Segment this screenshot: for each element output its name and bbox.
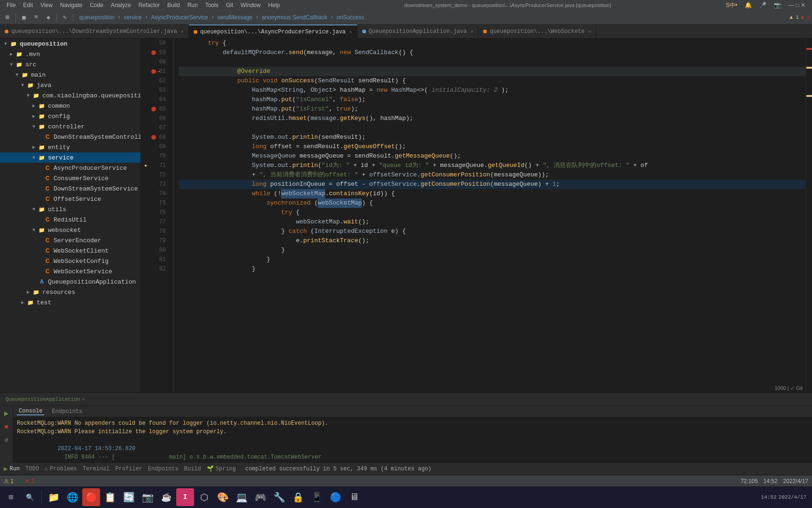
sidebar-root[interactable]: ▼ 📁 queueposition <box>0 39 141 49</box>
sidebar-config[interactable]: ▶ 📁 config <box>0 111 141 121</box>
sidebar-consumer-service[interactable]: ▶ C ConsumerService <box>0 173 141 183</box>
menu-edit[interactable]: Edit <box>20 2 36 8</box>
sidebar-ds-service[interactable]: ▶ C DownStreamSystemService <box>0 183 141 194</box>
tab-queueposition-app[interactable]: QueuepositionApplication.java ✕ <box>358 24 479 38</box>
breadcrumb-service[interactable]: service <box>124 14 142 21</box>
breadcrumb-anon[interactable]: anonymous SendCallback <box>262 14 327 21</box>
taskbar-explorer[interactable]: 📁 <box>45 488 62 506</box>
sidebar-ws-service[interactable]: ▶ C WebSocketService <box>0 266 141 277</box>
sidebar-async-service[interactable]: ▶ C AsyncProducerService <box>0 163 141 173</box>
folder-icon-root: 📁 <box>9 40 18 48</box>
taskbar-app1[interactable]: 🔴 <box>82 488 100 506</box>
taskbar-search[interactable]: 🔍 <box>21 488 39 506</box>
menu-build[interactable]: Build <box>164 2 183 8</box>
taskbar-hex[interactable]: ⬡ <box>195 488 213 506</box>
chevron-resources: ▶ <box>24 288 32 296</box>
tab-close-downstream[interactable]: ✕ <box>181 29 184 34</box>
tab-close-async[interactable]: ✕ <box>350 29 352 35</box>
sidebar-entity[interactable]: ▶ 📁 entity <box>0 142 141 152</box>
run-tab-terminal[interactable]: Terminal <box>83 466 110 472</box>
sidebar-controller[interactable]: ▼ 📁 controller <box>0 121 141 132</box>
run-tab-spring[interactable]: 🌱 Spring <box>207 465 236 472</box>
sidebar-server-encoder[interactable]: ▶ C ServerEncoder <box>0 235 141 246</box>
menu-help[interactable]: Help <box>265 2 283 8</box>
taskbar-app4[interactable]: 🖥 <box>345 488 363 506</box>
taskbar-notepad[interactable]: 📋 <box>101 488 119 506</box>
menu-tools[interactable]: Tools <box>203 2 221 8</box>
sidebar-service[interactable]: ▼ 📁 service <box>0 152 141 163</box>
tab-downstream[interactable]: queueposition\...\DownStreamSystemContro… <box>0 24 189 38</box>
taskbar-java[interactable]: ☕ <box>157 488 175 506</box>
run-tab-endpoints[interactable]: Endpoints <box>148 466 179 472</box>
taskbar-refresh[interactable]: 🔄 <box>120 488 138 506</box>
code-line-68: System.out.println(sendResult); <box>179 133 805 142</box>
run-tab-build[interactable]: Build <box>184 466 201 472</box>
folder-icon-ws: 📁 <box>38 226 46 234</box>
run-tab-run[interactable]: ▶ Run <box>4 465 20 473</box>
run-tab-problems[interactable]: ⚠ Problems <box>45 465 77 472</box>
taskbar-game[interactable]: 🎮 <box>251 488 269 506</box>
btn-run-stop[interactable]: ■ <box>1 421 12 432</box>
tab-console[interactable]: Console <box>17 408 44 415</box>
bottom-tab-run-config[interactable]: QueuepositionApplication ✕ <box>4 397 86 402</box>
taskbar-camera[interactable]: 📷 <box>139 488 156 506</box>
toolbar-btn-3[interactable]: ≡ <box>31 12 42 23</box>
sidebar-src[interactable]: ▼ 📁 src <box>0 59 141 70</box>
run-tab-todo[interactable]: TODO <box>25 466 39 472</box>
menu-refactor[interactable]: Refactor <box>136 2 163 8</box>
code-line-69: long offset = sendResult.getQueueOffset(… <box>179 142 805 151</box>
sidebar-ws-config[interactable]: ▶ C WebSocketConfig <box>0 256 141 266</box>
sidebar-downstream-controller[interactable]: ▶ C DownStreamSystemController <box>0 132 141 142</box>
menu-file[interactable]: File <box>4 2 18 8</box>
menu-git[interactable]: Git <box>223 2 236 8</box>
toolbar-btn-1[interactable]: ⊞ <box>2 12 13 23</box>
breadcrumb-method[interactable]: sendMessage <box>218 14 253 21</box>
tab-websocket[interactable]: queueposition\...\WebSockete ✕ <box>478 24 596 38</box>
menu-view[interactable]: View <box>38 2 55 8</box>
sidebar-utils[interactable]: ▼ 📁 utils <box>0 204 141 214</box>
code-lines[interactable]: try { defaultMQProducer.send(message, ne… <box>174 39 805 392</box>
sidebar-mvn[interactable]: ▶ 📁 .mvn <box>0 49 141 59</box>
sidebar-main[interactable]: ▼ 📁 main <box>0 70 141 80</box>
run-tab-profiler[interactable]: Profiler <box>115 466 142 472</box>
taskbar-edge[interactable]: 🌐 <box>63 488 81 506</box>
menu-code[interactable]: Code <box>87 2 106 8</box>
sidebar-package[interactable]: ▼ 📁 com.xiaolingbao.queueposition <box>0 90 141 101</box>
taskbar-intellij[interactable]: I <box>176 488 194 506</box>
sidebar-websocket[interactable]: ▼ 📁 websocket <box>0 225 141 235</box>
sidebar-ws-client[interactable]: ▶ C WebSocketClient <box>0 246 141 256</box>
taskbar-app2[interactable]: 📱 <box>308 488 326 506</box>
breadcrumb-root[interactable]: queueposition <box>79 14 115 21</box>
btn-run-play[interactable]: ▶ <box>1 408 12 419</box>
menu-run[interactable]: Run <box>185 2 201 8</box>
sidebar-queue-app[interactable]: ▶ A QueuepositionApplication <box>0 277 141 287</box>
btn-run-restart[interactable]: ↺ <box>1 434 12 445</box>
menu-analyze[interactable]: Analyze <box>108 2 134 8</box>
breadcrumb-class[interactable]: AsyncProducerService <box>151 14 208 21</box>
sidebar-java[interactable]: ▼ 📁 java <box>0 80 141 90</box>
taskbar-cmd[interactable]: 💻 <box>233 488 250 506</box>
run-app-label: QueuepositionApplication <box>6 397 80 402</box>
sidebar-resources[interactable]: ▶ 📁 resources <box>0 287 141 297</box>
close-run-tab[interactable]: ✕ <box>82 397 85 402</box>
toolbar-btn-5[interactable]: ✎ <box>59 12 70 23</box>
taskbar-settings[interactable]: 🔧 <box>270 488 288 506</box>
toolbar-btn-4[interactable]: ◈ <box>43 12 54 23</box>
sidebar-offset-service[interactable]: ▶ C OffsetService <box>0 194 141 204</box>
toolbar-btn-2[interactable]: ▣ <box>18 12 30 23</box>
code-editor[interactable]: ● 58 59 60 <box>141 39 812 392</box>
tab-close-app[interactable]: ✕ <box>470 29 473 34</box>
taskbar-design[interactable]: 🎨 <box>214 488 232 506</box>
sidebar-common[interactable]: ▶ 📁 common <box>0 101 141 111</box>
taskbar-start[interactable]: ⊞ <box>2 488 20 506</box>
sidebar-test[interactable]: ▶ 📁 test <box>0 297 141 308</box>
menu-navigate[interactable]: Navigate <box>57 2 85 8</box>
breadcrumb-onsuccess[interactable]: onSuccess <box>336 14 364 21</box>
tab-close-ws[interactable]: ✕ <box>588 29 591 34</box>
taskbar-security[interactable]: 🔒 <box>289 488 307 506</box>
tab-endpoints[interactable]: Endpoints <box>50 408 84 415</box>
sidebar-redis[interactable]: ▶ C RedisUtil <box>0 214 141 225</box>
tab-async[interactable]: queueposition\...\AsyncProducerService.j… <box>189 24 358 38</box>
taskbar-app3[interactable]: 🔵 <box>327 488 344 506</box>
menu-window[interactable]: Window <box>238 2 264 8</box>
